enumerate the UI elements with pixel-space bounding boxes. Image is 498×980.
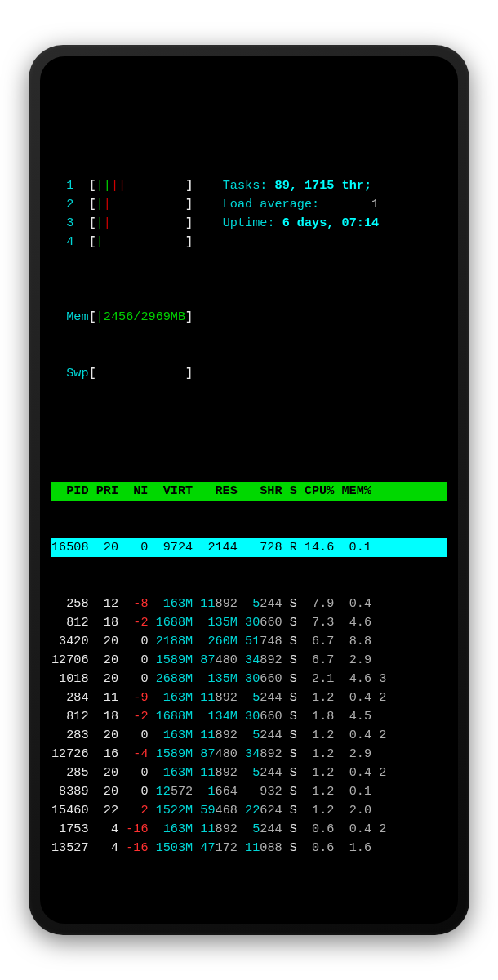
process-list[interactable]: 258 12 -8 163M 11892 5244 S 7.9 0.4 812 … (51, 595, 447, 860)
memory-meter: Mem[|2456/2969MB] (51, 308, 447, 327)
cpu-meter-3: 3 [|| ] (51, 214, 223, 233)
process-row[interactable]: 15460 22 2 1522M 59468 22624 S 1.2 2.0 (51, 801, 447, 820)
terminal-screen[interactable]: 1 [|||| ] 2 [|| ] 3 [|| ] 4 [| ] Tasks: … (51, 120, 447, 860)
process-row[interactable]: 12706 20 0 1589M 87480 34892 S 6.7 2.9 (51, 651, 447, 670)
process-row[interactable]: 8389 20 0 12572 1664 932 S 1.2 0.1 (51, 782, 447, 801)
process-row[interactable]: 1018 20 0 2688M 135M 30660 S 2.1 4.6 3 (51, 670, 447, 688)
cpu-meter-4: 4 [| ] (51, 233, 223, 252)
process-row[interactable]: 1753 4 -16 163M 11892 5244 S 0.6 0.4 2 (51, 820, 447, 839)
swap-meter: Swp[ ] (51, 364, 447, 383)
phone-bezel: 1 [|||| ] 2 [|| ] 3 [|| ] 4 [| ] Tasks: … (40, 56, 458, 924)
selected-process-row[interactable]: 16508 20 0 9724 2144 728 R 14.6 0.1 (51, 538, 447, 557)
process-row[interactable]: 258 12 -8 163M 11892 5244 S 7.9 0.4 (51, 595, 447, 613)
process-row[interactable]: 30074 20 0 1742M 158M 38844 S 0.6 5.3 (51, 858, 447, 860)
summary-block: 1 [|||| ] 2 [|| ] 3 [|| ] 4 [| ] Tasks: … (51, 176, 447, 252)
process-row[interactable]: 812 18 -2 1688M 135M 30660 S 7.3 4.6 (51, 613, 447, 632)
system-info: Tasks: 89, 1715 thr;Load average: 1Uptim… (223, 176, 379, 252)
process-row[interactable]: 3420 20 0 2188M 260M 51748 S 6.7 8.8 (51, 632, 447, 651)
cpu-meter-2: 2 [|| ] (51, 195, 223, 214)
process-row[interactable]: 812 18 -2 1688M 134M 30660 S 1.8 4.5 (51, 707, 447, 726)
process-row[interactable]: 12726 16 -4 1589M 87480 34892 S 1.2 2.9 (51, 745, 447, 764)
process-header[interactable]: PID PRI NI VIRT RES SHR S CPU% MEM% (51, 482, 447, 501)
process-row[interactable]: 285 20 0 163M 11892 5244 S 1.2 0.4 2 (51, 764, 447, 782)
process-row[interactable]: 284 11 -9 163M 11892 5244 S 1.2 0.4 2 (51, 688, 447, 707)
phone-frame: 1 [|||| ] 2 [|| ] 3 [|| ] 4 [| ] Tasks: … (29, 45, 469, 935)
process-row[interactable]: 283 20 0 163M 11892 5244 S 1.2 0.4 2 (51, 726, 447, 745)
cpu-meter-1: 1 [|||| ] (51, 176, 223, 195)
process-row[interactable]: 13527 4 -16 1503M 47172 11088 S 0.6 1.6 (51, 839, 447, 858)
cpu-meters: 1 [|||| ] 2 [|| ] 3 [|| ] 4 [| ] (51, 176, 223, 252)
